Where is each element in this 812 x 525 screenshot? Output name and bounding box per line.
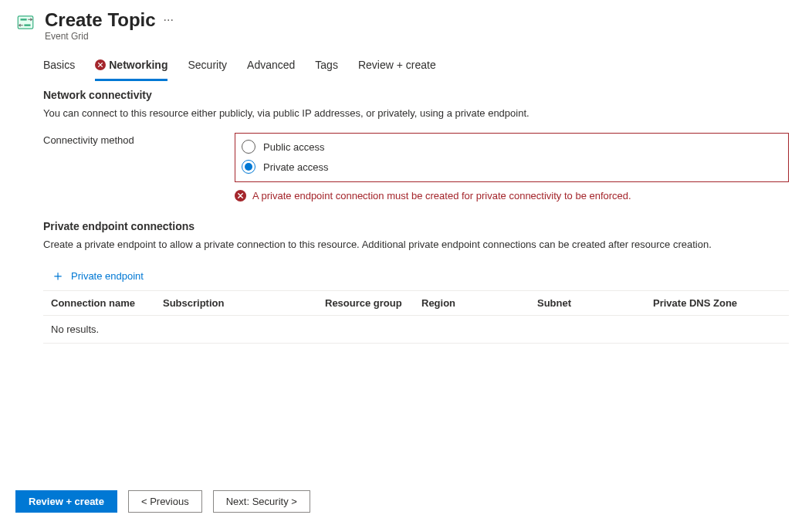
page-header: Create Topic ··· Event Grid [15, 9, 797, 42]
tab-advanced[interactable]: Advanced [247, 54, 295, 81]
tab-advanced-label: Advanced [247, 59, 295, 71]
table-empty-row: No results. [43, 316, 789, 344]
tab-security[interactable]: Security [188, 54, 227, 81]
connectivity-method-group: Public access Private access [235, 133, 789, 182]
connectivity-method-error-text: A private endpoint connection must be cr… [252, 190, 631, 202]
tab-basics[interactable]: Basics [43, 54, 75, 81]
svg-rect-2 [24, 24, 30, 25]
tab-security-label: Security [188, 59, 227, 71]
radio-public-access[interactable]: Public access [242, 137, 782, 157]
col-resource-group: Resource group [317, 291, 414, 316]
tab-tags[interactable]: Tags [315, 54, 338, 81]
radio-private-access-label: Private access [263, 161, 329, 173]
col-private-dns-zone: Private DNS Zone [645, 291, 789, 316]
tab-review-create[interactable]: Review + create [358, 54, 436, 81]
tab-basics-label: Basics [43, 59, 75, 71]
network-connectivity-heading: Network connectivity [43, 89, 789, 101]
error-badge-icon [95, 59, 106, 70]
next-button[interactable]: Next: Security > [213, 490, 310, 513]
review-create-button[interactable]: Review + create [15, 490, 117, 513]
private-endpoint-heading: Private endpoint connections [43, 220, 789, 232]
tab-networking-label: Networking [109, 59, 167, 71]
col-region: Region [414, 291, 529, 316]
radio-icon [242, 160, 255, 174]
svg-rect-0 [18, 16, 33, 29]
col-subscription: Subscription [155, 291, 317, 316]
col-connection-name: Connection name [43, 291, 155, 316]
error-icon [235, 190, 246, 202]
radio-private-access[interactable]: Private access [242, 157, 782, 177]
connectivity-method-error: A private endpoint connection must be cr… [235, 190, 789, 202]
tab-tags-label: Tags [315, 59, 338, 71]
add-private-endpoint-button[interactable]: ＋ Private endpoint [51, 269, 789, 283]
connectivity-method-label: Connectivity method [43, 133, 235, 146]
page-subtitle: Event Grid [45, 31, 174, 42]
add-private-endpoint-label: Private endpoint [71, 270, 144, 282]
more-menu-ellipsis-icon[interactable]: ··· [164, 13, 174, 27]
event-grid-topic-icon [15, 12, 36, 32]
wizard-tabs: Basics Networking Security Advanced Tags… [43, 54, 797, 81]
tab-review-label: Review + create [358, 59, 436, 71]
previous-button[interactable]: < Previous [128, 490, 202, 513]
table-empty-text: No results. [43, 316, 789, 344]
private-endpoint-desc: Create a private endpoint to allow a pri… [43, 239, 789, 250]
col-subnet: Subnet [529, 291, 645, 316]
tab-networking[interactable]: Networking [95, 54, 167, 81]
private-endpoints-table: Connection name Subscription Resource gr… [43, 290, 789, 344]
network-connectivity-desc: You can connect to this resource either … [43, 107, 789, 119]
svg-rect-1 [21, 19, 27, 20]
radio-public-access-label: Public access [263, 141, 324, 153]
radio-icon [242, 140, 255, 154]
page-title: Create Topic [45, 9, 156, 31]
wizard-footer: Review + create < Previous Next: Securit… [0, 484, 812, 525]
plus-icon: ＋ [51, 269, 65, 283]
